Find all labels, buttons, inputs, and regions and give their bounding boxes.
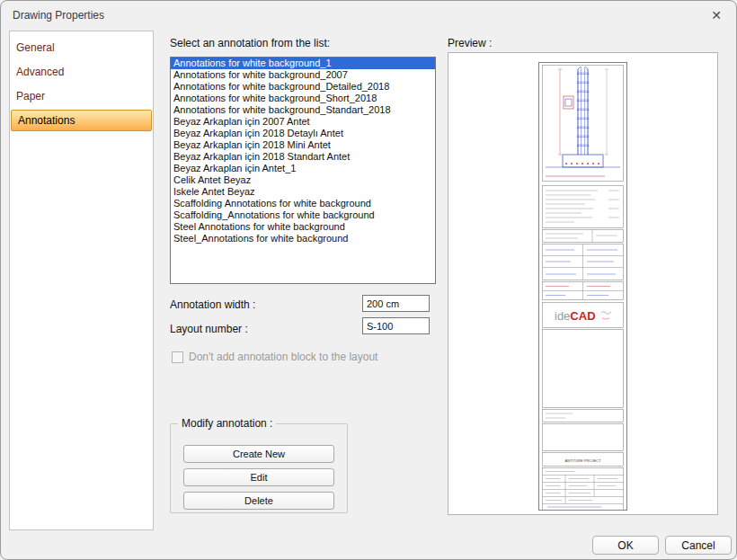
modify-annotation-group-title: Modify annotation :	[178, 417, 276, 430]
annotation-block-checkbox-label: Don't add annotation block to the layout	[189, 351, 377, 363]
annotation-list-item[interactable]: Scaffolding_Annotations for white backgr…	[171, 209, 435, 221]
annotation-list-item[interactable]: Annotations for white background_Short_2…	[171, 93, 435, 104]
delete-button[interactable]: Delete	[183, 492, 334, 510]
window-title: Drawing Properties	[13, 9, 104, 22]
annotation-block-checkbox[interactable]	[172, 351, 183, 363]
annotation-width-input[interactable]	[362, 295, 430, 312]
annotation-block-checkbox-row: Don't add annotation block to the layout	[172, 351, 377, 363]
preview-project-title: ANTITURE PROJECT	[565, 458, 601, 463]
sidebar-item-annotations[interactable]: Annotations	[11, 110, 152, 131]
annotation-list-item[interactable]: Iskele Antet Beyaz	[171, 186, 435, 198]
annotation-list-item[interactable]: Annotations for white background_1	[171, 58, 435, 69]
sidebar-item-general[interactable]: General	[10, 36, 153, 60]
annotation-list-item[interactable]: Beyaz Arkaplan için 2007 Antet	[171, 116, 435, 128]
annotation-width-label: Annotation width :	[170, 298, 255, 311]
close-icon[interactable]: ✕	[706, 5, 727, 25]
annotation-list-item[interactable]: Beyaz Arkaplan için 2018 Detaylı Antet	[171, 128, 435, 139]
title-bar: Drawing Properties ✕	[1, 1, 736, 30]
preview-label: Preview :	[448, 37, 492, 49]
annotation-list-item[interactable]: Annotations for white background_2007	[171, 69, 435, 81]
create-new-button[interactable]: Create New	[183, 445, 334, 463]
annotation-list-item[interactable]: Steel Annotations for white background	[171, 221, 435, 233]
annotation-list-item[interactable]: Celik Antet Beyaz	[171, 174, 435, 186]
layout-number-label: Layout number :	[170, 323, 248, 335]
modify-annotation-group: Modify annotation : Create NewEditDelete	[170, 423, 348, 513]
idecad-logo: ideCAD	[555, 309, 596, 323]
annotation-list-item[interactable]: Beyaz Arkaplan için 2018 Mini Antet	[171, 139, 435, 151]
annotation-list-item[interactable]: Annotations for white background_Standar…	[171, 104, 435, 116]
sidebar-item-paper[interactable]: Paper	[10, 84, 153, 109]
preview-panel: ideCAD ANTITURE PROJECT	[448, 52, 718, 515]
edit-button[interactable]: Edit	[183, 468, 334, 486]
layout-number-input[interactable]	[362, 317, 430, 334]
annotation-list-item[interactable]: Annotations for white background_Detaile…	[171, 81, 435, 93]
sidebar-item-advanced[interactable]: Advanced	[10, 60, 153, 84]
annotation-listbox[interactable]: Annotations for white background_1Annota…	[170, 57, 436, 284]
annotation-list-item[interactable]: Beyaz Arkaplan için 2018 Standart Antet	[171, 151, 435, 163]
ok-button[interactable]: OK	[592, 536, 659, 555]
sidebar-list: GeneralAdvancedPaperAnnotations	[9, 31, 154, 530]
annotation-list-item[interactable]: Beyaz Arkaplan için Antet_1	[171, 163, 435, 174]
annotation-list-label: Select an annotation from the list:	[170, 37, 330, 49]
annotation-list-item[interactable]: Scaffolding Annotations for white backgr…	[171, 198, 435, 209]
annotation-list-item[interactable]: Steel_Annotations for white background	[171, 233, 435, 244]
preview-sheet: ideCAD ANTITURE PROJECT	[538, 62, 627, 511]
drawing-properties-dialog: { "window": { "title": "Drawing Properti…	[0, 0, 737, 560]
cancel-button[interactable]: Cancel	[665, 536, 732, 555]
